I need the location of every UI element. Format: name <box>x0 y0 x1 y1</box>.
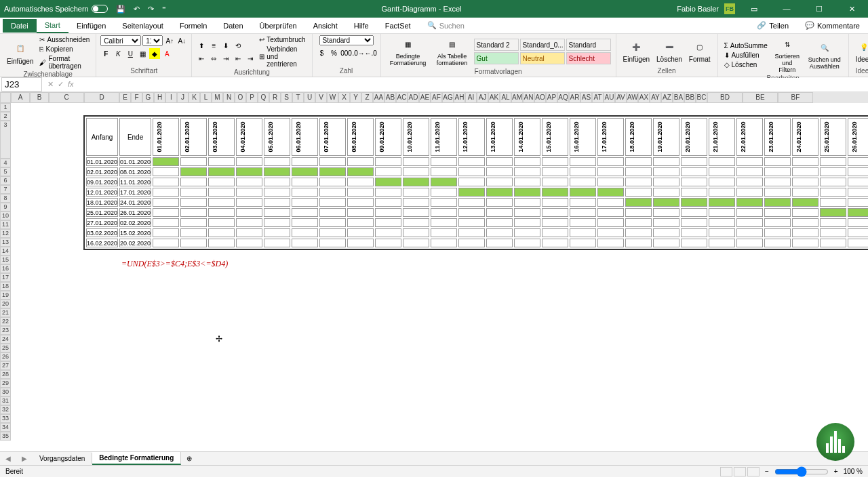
col-header[interactable]: AB <box>384 92 396 103</box>
sheet-tab-bedingte[interactable]: Bedingte Formatierung <box>92 452 181 465</box>
gantt-bar-cell[interactable] <box>792 167 818 176</box>
gantt-bar-cell[interactable] <box>486 157 513 166</box>
gantt-bar-cell[interactable] <box>653 218 679 227</box>
gantt-bar-cell[interactable] <box>625 167 652 176</box>
gantt-bar-cell[interactable] <box>570 228 596 237</box>
tab-review[interactable]: Überprüfen <box>252 19 305 33</box>
sheet-tab-vorgangsdaten[interactable]: Vorgangsdaten <box>33 453 92 464</box>
gantt-bar-cell[interactable] <box>347 208 374 217</box>
col-header[interactable]: AI <box>465 92 477 103</box>
gantt-bar-cell[interactable] <box>375 178 401 186</box>
gantt-bar-cell[interactable] <box>403 228 429 237</box>
col-header[interactable]: Z <box>361 92 373 103</box>
gantt-bar-cell[interactable] <box>709 157 735 166</box>
gantt-bar-cell[interactable] <box>458 208 485 217</box>
gantt-bar-cell[interactable] <box>264 167 290 176</box>
gantt-end-cell[interactable]: 20.02.2020 <box>119 239 151 247</box>
gantt-bar-cell[interactable] <box>208 157 235 166</box>
gantt-bar-cell[interactable] <box>792 239 818 247</box>
gantt-bar-cell[interactable] <box>153 167 179 176</box>
gantt-bar-cell[interactable] <box>681 198 707 207</box>
row-header[interactable]: 8 <box>0 194 11 203</box>
col-header[interactable]: B <box>30 92 49 103</box>
cut-button[interactable]: ✂Ausschneiden <box>37 35 92 44</box>
col-header[interactable]: AO <box>534 92 546 103</box>
tab-file[interactable]: Datei <box>3 19 37 33</box>
search-box[interactable]: 🔍 Suchen <box>427 21 465 30</box>
gantt-bar-cell[interactable] <box>653 239 679 247</box>
gantt-bar-cell[interactable] <box>681 167 707 176</box>
add-sheet-button[interactable]: ⊕ <box>181 455 197 462</box>
tab-layout[interactable]: Seitenlayout <box>114 19 172 33</box>
col-header[interactable]: AP <box>546 92 557 103</box>
gantt-bar-cell[interactable] <box>375 188 401 197</box>
indent-dec-button[interactable]: ⇤ <box>233 53 243 64</box>
gantt-bar-cell[interactable] <box>736 178 763 186</box>
row-header[interactable]: 17 <box>0 273 11 282</box>
gantt-bar-cell[interactable] <box>458 188 485 197</box>
cancel-formula-icon[interactable]: ✕ <box>47 80 54 89</box>
gantt-bar-cell[interactable] <box>820 198 846 207</box>
grid-area[interactable]: ABCDEFGHIJKLMNOPQRSTUVWXYZAAABACADAEAFAG… <box>0 92 868 451</box>
gantt-start-cell[interactable]: 01.01.2020 <box>86 157 118 166</box>
row-header[interactable]: 24 <box>0 335 11 344</box>
zoom-in-button[interactable]: + <box>834 468 838 475</box>
col-header[interactable]: BE <box>743 92 778 103</box>
merge-center-button[interactable]: ⊞Verbinden und zentrieren <box>257 45 307 68</box>
gantt-bar-cell[interactable] <box>458 157 485 166</box>
gantt-bar-cell[interactable] <box>264 239 290 247</box>
gantt-bar-cell[interactable] <box>597 188 624 197</box>
gantt-bar-cell[interactable] <box>180 178 207 186</box>
gantt-bar-cell[interactable] <box>347 239 374 247</box>
copy-button[interactable]: ⎘Kopieren <box>37 45 92 54</box>
row-header[interactable]: 31 <box>0 396 11 405</box>
gantt-bar-cell[interactable] <box>848 228 868 237</box>
gantt-bar-cell[interactable] <box>709 208 735 217</box>
gantt-bar-cell[interactable] <box>709 239 735 247</box>
row-header[interactable]: 30 <box>0 388 11 396</box>
view-page-layout-button[interactable] <box>734 467 746 476</box>
gantt-bar-cell[interactable] <box>403 198 429 207</box>
gantt-bar-cell[interactable] <box>653 198 679 207</box>
font-name-select[interactable]: Calibri <box>100 35 141 46</box>
gantt-bar-cell[interactable] <box>153 198 179 207</box>
row-header[interactable]: 22 <box>0 317 11 326</box>
gantt-bar-cell[interactable] <box>764 198 791 207</box>
gantt-bar-cell[interactable] <box>514 228 540 237</box>
gantt-bar-cell[interactable] <box>792 188 818 197</box>
gantt-start-cell[interactable]: 16.02.2020 <box>86 239 118 247</box>
gantt-bar-cell[interactable] <box>848 218 868 227</box>
style-standard[interactable]: Standard <box>566 39 611 51</box>
gantt-bar-cell[interactable] <box>653 167 679 176</box>
insert-cells-button[interactable]: ➕Einfügen <box>620 38 652 64</box>
gantt-bar-cell[interactable] <box>570 208 596 217</box>
gantt-bar-cell[interactable] <box>597 178 624 186</box>
gantt-bar-cell[interactable] <box>681 157 707 166</box>
save-icon[interactable]: 💾 <box>116 5 125 14</box>
gantt-bar-cell[interactable] <box>764 157 791 166</box>
gantt-bar-cell[interactable] <box>625 218 652 227</box>
gantt-bar-cell[interactable] <box>848 208 868 217</box>
gantt-bar-cell[interactable] <box>153 218 179 227</box>
gantt-bar-cell[interactable] <box>458 198 485 207</box>
col-header[interactable]: AZ <box>661 92 673 103</box>
gantt-bar-cell[interactable] <box>486 198 513 207</box>
col-header[interactable]: AA <box>373 92 384 103</box>
gantt-bar-cell[interactable] <box>180 167 207 176</box>
gantt-bar-cell[interactable] <box>792 228 818 237</box>
autosum-button[interactable]: ΣAutoSumme <box>722 41 770 50</box>
gantt-bar-cell[interactable] <box>764 218 791 227</box>
gantt-bar-cell[interactable] <box>319 188 346 197</box>
gantt-bar-cell[interactable] <box>431 208 457 217</box>
gantt-bar-cell[interactable] <box>236 239 262 247</box>
col-header[interactable]: M <box>212 92 223 103</box>
align-middle-button[interactable]: ≡ <box>208 40 219 51</box>
gantt-bar-cell[interactable] <box>653 228 679 237</box>
gantt-bar-cell[interactable] <box>764 188 791 197</box>
gantt-bar-cell[interactable] <box>347 178 374 186</box>
align-bottom-button[interactable]: ⬇ <box>220 40 231 51</box>
gantt-end-cell[interactable]: 01.01.2020 <box>119 157 151 166</box>
gantt-bar-cell[interactable] <box>736 208 763 217</box>
autosave-toggle[interactable]: Automatisches Speichern <box>4 5 108 13</box>
row-header[interactable]: 32 <box>0 405 11 414</box>
